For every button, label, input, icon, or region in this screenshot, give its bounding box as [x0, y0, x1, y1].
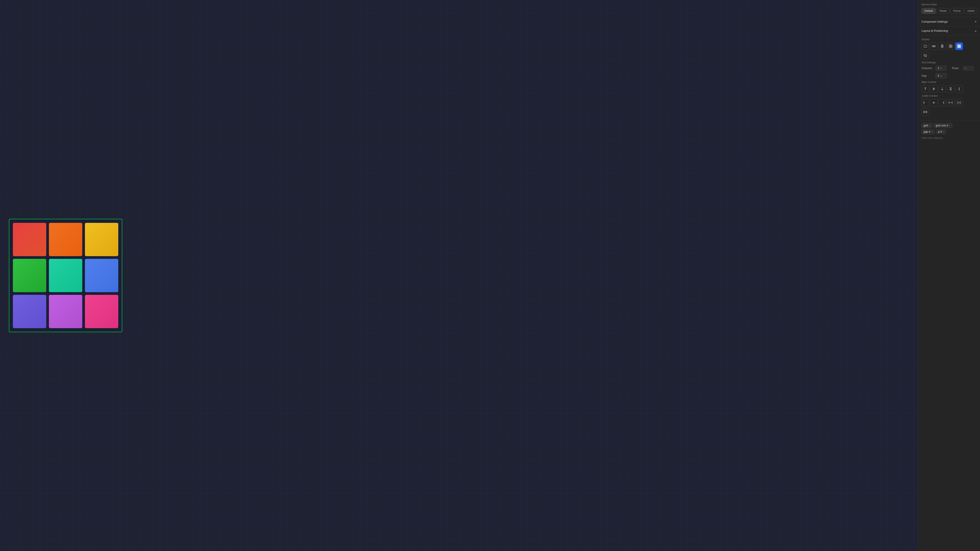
columns-value: 3	[937, 67, 939, 70]
svg-rect-1	[932, 46, 933, 47]
align-content-end-btn[interactable]	[939, 85, 946, 93]
tag-grid: grid ×	[921, 123, 932, 128]
svg-rect-19	[960, 47, 961, 48]
justify-extra-row	[921, 108, 977, 116]
right-panel: Element State Default Hover Focus Active…	[918, 0, 980, 551]
gap-row: Gap 4 ▾	[921, 73, 977, 78]
grid-cell-7[interactable]	[13, 295, 46, 328]
component-settings-header[interactable]: Component Settings ▾	[918, 17, 980, 26]
tag-grid-cols-3-remove[interactable]: ×	[949, 124, 950, 127]
columns-caret: ▾	[940, 67, 942, 70]
svg-rect-7	[949, 45, 951, 46]
tag-grid-remove[interactable]: ×	[929, 124, 930, 127]
justify-end-btn[interactable]	[939, 99, 946, 106]
display-grid-2x2-btn[interactable]	[947, 43, 955, 50]
rows-dropdown[interactable]: ▾	[963, 66, 974, 71]
display-label: Display	[921, 38, 977, 41]
grid-settings-label: Grid Settings	[921, 61, 977, 64]
component-settings-title: Component Settings	[921, 20, 948, 23]
tag-gap-4-label: gap-4	[924, 130, 931, 133]
gap-value: 4	[937, 74, 939, 77]
align-content-start-btn[interactable]	[921, 85, 929, 93]
columns-row: Columns 3 ▾ Rows ▾	[921, 65, 977, 71]
svg-rect-13	[960, 44, 961, 46]
tag-gap-4: gap-4 ×	[921, 129, 935, 134]
tag-p-4-remove[interactable]: ×	[943, 131, 944, 133]
svg-rect-0	[924, 45, 927, 47]
grid-cell-2[interactable]	[49, 223, 82, 256]
tag-p-4: p-4 ×	[936, 129, 946, 134]
svg-rect-5	[941, 46, 943, 47]
gap-label: Gap	[921, 74, 934, 77]
tag-grid-cols-3-label: grid-cols-3	[935, 124, 948, 127]
columns-dropdown[interactable]: 3 ▾	[935, 65, 947, 71]
display-hidden-btn[interactable]	[921, 52, 929, 59]
justify-stretch-btn[interactable]	[921, 108, 929, 116]
display-grid-btn[interactable]	[955, 43, 963, 50]
classes-tags-area: grid × grid-cols-3 × gap-4 × p-4 × Add m…	[918, 121, 980, 143]
display-block-btn[interactable]	[921, 43, 929, 50]
layout-positioning-chevron: ▴	[975, 29, 977, 32]
state-btn-default[interactable]: Default	[921, 8, 936, 14]
svg-rect-4	[941, 44, 943, 46]
rows-label: Rows	[952, 67, 961, 70]
justify-content-icons	[921, 99, 977, 106]
svg-rect-10	[951, 46, 952, 48]
grid-cell-9[interactable]	[85, 295, 118, 328]
state-btn-hover[interactable]: Hover	[937, 8, 950, 14]
justify-center-btn[interactable]	[930, 99, 937, 106]
display-flex-col-btn[interactable]	[939, 43, 946, 50]
grid-container[interactable]	[9, 219, 122, 332]
svg-rect-18	[959, 47, 959, 48]
justify-evenly-btn[interactable]	[955, 99, 963, 106]
grid-cell-8[interactable]	[49, 295, 82, 328]
svg-rect-8	[951, 45, 952, 46]
justify-start-btn[interactable]	[921, 99, 929, 106]
element-state-label: Element State	[921, 3, 977, 6]
grid-cell-6[interactable]	[85, 259, 118, 292]
layout-positioning-title: Layout & Positioning	[921, 29, 948, 32]
grid-cell-3[interactable]	[85, 223, 118, 256]
svg-rect-49	[924, 111, 926, 113]
justify-between-btn[interactable]	[947, 99, 955, 106]
tags-row-2: gap-4 × p-4 ×	[921, 129, 977, 134]
gap-dropdown[interactable]: 4 ▾	[935, 73, 947, 78]
grid-cell-5[interactable]	[49, 259, 82, 292]
svg-rect-3	[934, 46, 935, 47]
display-flex-row-btn[interactable]	[930, 43, 937, 50]
add-classes-input[interactable]: Add more classes...	[921, 135, 977, 140]
columns-label: Columns	[921, 67, 934, 70]
gap-caret: ▾	[940, 75, 942, 77]
svg-rect-6	[941, 47, 943, 48]
state-btn-focus[interactable]: Focus	[950, 8, 964, 14]
tags-row: grid × grid-cols-3 ×	[921, 123, 977, 128]
display-icons-row	[921, 43, 977, 50]
svg-rect-2	[933, 46, 934, 47]
tag-grid-cols-3: grid-cols-3 ×	[934, 123, 952, 128]
tag-gap-4-remove[interactable]: ×	[931, 131, 933, 133]
align-content-stretch-btn[interactable]	[955, 85, 963, 93]
element-state-section: Element State Default Hover Focus Active	[918, 0, 980, 17]
svg-rect-15	[959, 46, 959, 47]
component-settings-chevron: ▾	[975, 20, 977, 23]
layout-section: Display	[918, 35, 980, 121]
align-content-between-btn[interactable]	[947, 85, 955, 93]
grid-cell-1[interactable]	[13, 223, 46, 256]
align-content-icons	[921, 85, 977, 93]
layout-positioning-header[interactable]: Layout & Positioning ▴	[918, 26, 980, 35]
svg-rect-17	[958, 47, 958, 48]
state-buttons-group: Default Hover Focus Active	[921, 8, 977, 14]
tag-p-4-label: p-4	[938, 130, 942, 133]
state-btn-active[interactable]: Active	[964, 8, 978, 14]
svg-rect-16	[960, 46, 961, 47]
grid-cell-4[interactable]	[13, 259, 46, 292]
svg-rect-11	[958, 44, 958, 46]
align-content-label: Align Content	[921, 81, 977, 83]
align-content-center-btn[interactable]	[930, 85, 937, 93]
svg-rect-12	[959, 44, 959, 46]
display-hidden-row	[921, 52, 977, 59]
rows-caret: ▾	[965, 67, 966, 70]
svg-rect-14	[958, 46, 958, 47]
canvas-area	[0, 0, 918, 551]
svg-rect-9	[949, 46, 951, 48]
